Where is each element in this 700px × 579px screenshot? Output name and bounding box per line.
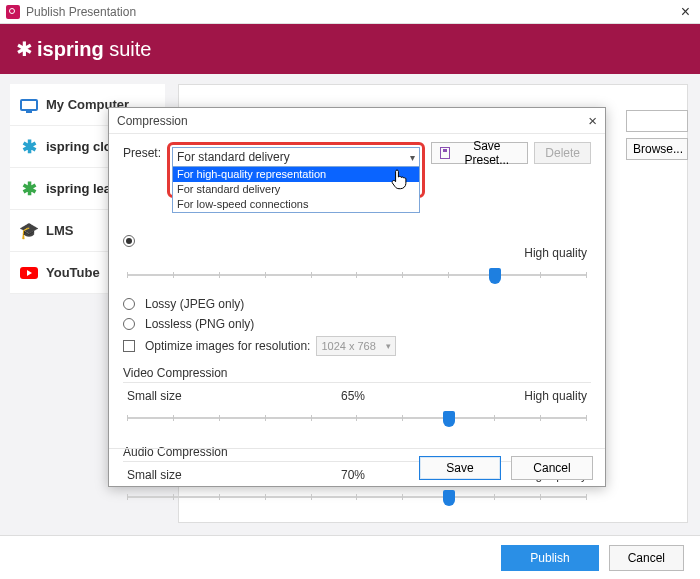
radio-lossy-label: Lossy (JPEG only) bbox=[145, 297, 244, 311]
preset-selected-text: For standard delivery bbox=[177, 150, 290, 164]
radio-lossy[interactable] bbox=[123, 298, 135, 310]
preset-option[interactable]: For high-quality representation bbox=[173, 167, 419, 182]
image-slider-block: Small size 70% High quality bbox=[123, 246, 591, 294]
path-input[interactable] bbox=[626, 110, 688, 132]
dialog-cancel-button[interactable]: Cancel bbox=[511, 456, 593, 480]
save-preset-button[interactable]: Save Preset... bbox=[431, 142, 529, 164]
monitor-icon bbox=[20, 96, 38, 114]
video-percent: 65% bbox=[341, 389, 365, 403]
brand-text: ispring suite bbox=[37, 38, 151, 61]
youtube-icon bbox=[20, 264, 38, 282]
optimize-resolution-label: Optimize images for resolution: bbox=[145, 339, 310, 353]
chevron-down-icon: ▾ bbox=[410, 152, 415, 163]
dialog-title: Compression bbox=[117, 114, 188, 128]
titlebar: Publish Presentation × bbox=[0, 0, 700, 24]
sidebar-item-label: YouTube bbox=[46, 265, 100, 280]
dialog-titlebar: Compression × bbox=[109, 108, 605, 134]
radio-lossless[interactable] bbox=[123, 318, 135, 330]
floppy-disk-icon bbox=[440, 147, 451, 159]
video-quality-slider[interactable] bbox=[127, 409, 587, 427]
audio-quality-slider[interactable] bbox=[127, 488, 587, 506]
browse-button[interactable]: Browse... bbox=[626, 138, 688, 160]
sidebar-item-label: LMS bbox=[46, 223, 73, 238]
resolution-select[interactable]: 1024 x 768 ▾ bbox=[316, 336, 396, 356]
preset-combobox[interactable]: For standard delivery ▾ bbox=[172, 147, 420, 167]
window-title: Publish Presentation bbox=[26, 5, 136, 19]
graduation-cap-icon: 🎓 bbox=[20, 222, 38, 240]
dialog-footer: Save Cancel bbox=[109, 448, 605, 486]
resolution-value: 1024 x 768 bbox=[321, 340, 375, 352]
brand-band: ✱ ispring suite bbox=[0, 24, 700, 74]
preset-label: Preset: bbox=[123, 142, 161, 160]
delete-preset-button[interactable]: Delete bbox=[534, 142, 591, 164]
video-slider-block: Small size 65% High quality bbox=[123, 389, 591, 437]
preset-dropdown-list: For high-quality representation For stan… bbox=[172, 167, 420, 213]
app-icon bbox=[6, 5, 20, 19]
close-icon[interactable]: × bbox=[677, 4, 694, 20]
chevron-down-icon: ▾ bbox=[386, 341, 391, 351]
video-small-label: Small size bbox=[127, 389, 182, 403]
logo-icon: ✱ bbox=[16, 37, 31, 61]
ispring-cloud-icon: ✱ bbox=[20, 138, 38, 156]
preset-option[interactable]: For standard delivery bbox=[173, 182, 419, 197]
publish-button[interactable]: Publish bbox=[501, 545, 598, 571]
preset-highlight: For standard delivery ▾ For high-quality… bbox=[167, 142, 425, 198]
save-preset-label: Save Preset... bbox=[454, 139, 519, 167]
dialog-save-button[interactable]: Save bbox=[419, 456, 501, 480]
cancel-button[interactable]: Cancel bbox=[609, 545, 684, 571]
footer-bar: Publish Cancel bbox=[0, 535, 700, 579]
image-quality-slider[interactable] bbox=[127, 266, 587, 284]
dialog-close-icon[interactable]: × bbox=[588, 113, 597, 128]
video-compression-heading: Video Compression bbox=[123, 366, 591, 383]
preset-option[interactable]: For low-speed connections bbox=[173, 197, 419, 212]
ispring-learn-icon: ✱ bbox=[20, 180, 38, 198]
optimize-resolution-checkbox[interactable] bbox=[123, 340, 135, 352]
compression-dialog: Compression × Preset: For standard deliv… bbox=[108, 107, 606, 487]
right-column: Browse... bbox=[626, 110, 688, 160]
video-high-label: High quality bbox=[524, 389, 587, 403]
radio-lossless-label: Lossless (PNG only) bbox=[145, 317, 254, 331]
image-high-label: High quality bbox=[524, 246, 587, 260]
